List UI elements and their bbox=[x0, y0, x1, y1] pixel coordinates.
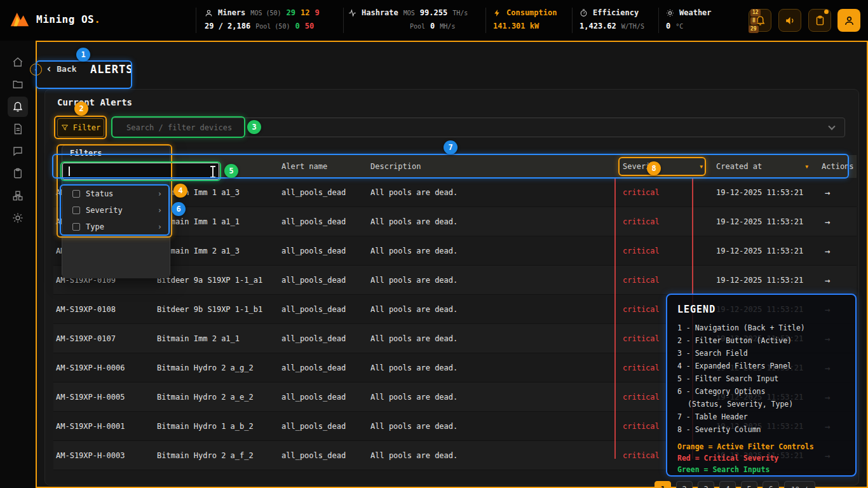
pagination-page-button[interactable]: 1 bbox=[654, 481, 671, 488]
cell-name: Bitmain Hydro 2 a_g_2 bbox=[154, 363, 279, 372]
filter-caret-icon[interactable]: ▼ bbox=[805, 164, 808, 170]
filters-panel-footer bbox=[62, 235, 170, 278]
table-row[interactable]: AM-S19XP-0106 Bitmain Imm 2 a1_3 all_poo… bbox=[53, 236, 857, 266]
cell-alert-name: all_pools_dead bbox=[279, 276, 368, 285]
sidebar-item-messages[interactable] bbox=[8, 141, 28, 161]
cell-created-at: 19-12-2025 11:53:21 bbox=[710, 247, 816, 255]
settings-gear-icon bbox=[12, 212, 24, 224]
filter-option[interactable]: Status › bbox=[62, 186, 170, 202]
pagination-page-button[interactable]: 5 bbox=[741, 481, 757, 488]
legend-items: 1 - Navigation (Back + Title)2 - Filter … bbox=[677, 322, 845, 436]
sidebar-item-reports[interactable] bbox=[8, 119, 28, 139]
weather-stat: Weather 0 °C bbox=[666, 6, 712, 33]
checkbox[interactable] bbox=[72, 190, 80, 198]
notification-badge: 12 bbox=[750, 9, 761, 17]
cell-alert-name: all_pools_dead bbox=[279, 217, 368, 226]
filter-search-input[interactable] bbox=[62, 163, 219, 180]
annotation-badge: 5 bbox=[224, 164, 238, 178]
cell-alert-name: all_pools_dead bbox=[279, 451, 368, 460]
pagination-page-button[interactable]: 6 bbox=[763, 481, 779, 488]
legend-item: 1 - Navigation (Back + Title) bbox=[677, 322, 845, 334]
efficiency-gauge-icon bbox=[580, 9, 588, 17]
cell-alert-name: all_pools_dead bbox=[279, 393, 368, 402]
cell-description: All pools are dead. bbox=[368, 276, 618, 285]
legend-note: Red = Critical Severity bbox=[677, 452, 845, 464]
notification-badge: 29 bbox=[749, 25, 759, 33]
cell-description: All pools are dead. bbox=[368, 305, 618, 314]
column-severity[interactable]: Severity▼ bbox=[618, 162, 710, 171]
document-icon bbox=[12, 123, 24, 135]
back-button[interactable]: ‹ Back bbox=[46, 64, 77, 74]
chevron-right-icon: › bbox=[158, 189, 162, 198]
miners-icon bbox=[205, 9, 213, 17]
filter-button[interactable]: Filter bbox=[57, 118, 104, 137]
filter-caret-icon[interactable]: ▼ bbox=[700, 164, 703, 170]
hashrate-pulse-icon bbox=[348, 9, 356, 17]
annotation-badge: 7 bbox=[444, 140, 458, 154]
filter-option[interactable]: Severity › bbox=[62, 202, 170, 219]
cell-severity: critical bbox=[618, 217, 710, 226]
mining-os-app: Mining OS. Miners MOS (50) 29 12 9 29 / … bbox=[0, 0, 868, 488]
cell-description: All pools are dead. bbox=[368, 451, 618, 460]
cell-device: AM-S19XP-H-0005 bbox=[53, 393, 154, 402]
legend-item: (Status, Severity, Type) bbox=[677, 398, 845, 410]
row-action-arrow[interactable]: → bbox=[818, 246, 830, 256]
page-size-select[interactable]: 10 / bbox=[784, 481, 815, 488]
sidebar-item-home[interactable] bbox=[8, 52, 28, 72]
cell-name: Bitmain Hydro 2 a_e_2 bbox=[154, 393, 279, 402]
filter-option-label: Severity bbox=[86, 206, 152, 215]
divider bbox=[343, 8, 344, 33]
profile-button[interactable] bbox=[837, 9, 860, 32]
annotation-badge: 3 bbox=[247, 120, 261, 134]
clipboard-icon bbox=[815, 15, 825, 26]
cell-description: All pools are dead. bbox=[368, 217, 618, 226]
annotation-badge: 2 bbox=[74, 102, 88, 116]
cell-name: Bitdeer 9a S19XP 1-1_a1 bbox=[154, 276, 279, 285]
cell-alert-name: all_pools_dead bbox=[279, 363, 368, 372]
cell-description: All pools are dead. bbox=[368, 422, 618, 431]
annotation-badge: 6 bbox=[172, 202, 186, 216]
filter-options: Status › Severity › Type › bbox=[62, 186, 170, 235]
clipboard-icon bbox=[12, 168, 24, 179]
chevron-right-icon: › bbox=[158, 222, 162, 231]
consumption-stat: Consumption 141.301 kW bbox=[493, 6, 557, 33]
back-label: Back bbox=[57, 64, 76, 74]
cell-created-at: 19-12-2025 11:53:21 bbox=[710, 188, 816, 197]
funnel-icon bbox=[61, 124, 69, 132]
sound-button[interactable] bbox=[778, 9, 801, 32]
divider bbox=[196, 8, 196, 33]
row-action-arrow[interactable]: → bbox=[818, 217, 830, 227]
checkbox[interactable] bbox=[72, 223, 80, 231]
sidebar-item-tasks[interactable] bbox=[8, 163, 28, 184]
cell-alert-name: all_pools_dead bbox=[279, 422, 368, 431]
sidebar-item-devices[interactable] bbox=[8, 74, 28, 95]
home-icon bbox=[12, 57, 24, 68]
checkbox[interactable] bbox=[72, 207, 80, 214]
device-search-input[interactable] bbox=[112, 118, 844, 137]
divider bbox=[658, 8, 659, 33]
cell-severity: critical bbox=[618, 247, 710, 255]
pagination-page-button[interactable]: 2 bbox=[676, 481, 693, 488]
legend-note: Green = Search Inputs bbox=[677, 464, 845, 475]
integrations-icon bbox=[12, 190, 24, 201]
pagination-page-button[interactable]: 4 bbox=[719, 481, 736, 488]
filter-button-label: Filter bbox=[73, 123, 100, 132]
sidebar-item-alerts[interactable] bbox=[8, 97, 28, 117]
cell-name: Bitmain Hydro 2 a_f_2 bbox=[154, 451, 279, 460]
cell-device: AM-S19XP-0107 bbox=[53, 334, 154, 343]
column-created-at[interactable]: Created at▼ bbox=[710, 162, 816, 171]
cell-name: Bitmain Imm 2 a1_3 bbox=[154, 247, 279, 255]
row-action-arrow[interactable]: → bbox=[818, 187, 830, 198]
table-row[interactable]: AM-S19XP-0109 Bitdeer 9a S19XP 1-1_a1 al… bbox=[53, 266, 857, 295]
row-action-arrow[interactable]: → bbox=[818, 275, 830, 285]
sidebar-collapse-button[interactable]: ‹ bbox=[30, 64, 42, 76]
pagination-page-button[interactable]: 3 bbox=[698, 481, 714, 488]
filter-option[interactable]: Type › bbox=[62, 219, 170, 235]
legend-panel: LEGEND 1 - Navigation (Back + Title)2 - … bbox=[666, 294, 857, 477]
sidebar-item-integrations[interactable] bbox=[8, 186, 28, 206]
miners-stat: Miners MOS (50) 29 12 9 29 / 2,186 Pool … bbox=[205, 6, 320, 33]
cell-device: AM-S19XP-0108 bbox=[53, 305, 154, 314]
cell-alert-name: all_pools_dead bbox=[279, 305, 368, 314]
sidebar-item-settings[interactable] bbox=[8, 208, 28, 228]
app-logo: Mining OS. bbox=[9, 8, 100, 30]
